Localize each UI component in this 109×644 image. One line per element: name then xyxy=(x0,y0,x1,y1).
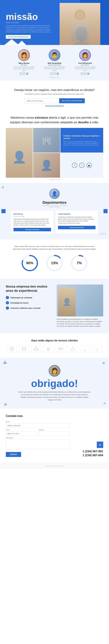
test-avatar: 👤 xyxy=(49,189,60,199)
logo-svg-6: COMPANY xyxy=(70,346,76,351)
name-field[interactable] xyxy=(6,431,37,436)
structure-highlight2: desafio xyxy=(78,120,89,124)
svg-text:COMPANY: COMPANY xyxy=(96,350,99,351)
phone-2: 1 (234) 987-654 xyxy=(82,454,103,457)
person-icon: 👤 xyxy=(12,150,27,164)
client-logo-3: CO xyxy=(31,346,41,352)
stats-row: 80% 13% 7% xyxy=(6,254,103,273)
cta-link[interactable]: CLIQUE AQUI AGORA AQUI xyxy=(9,105,100,106)
client-logo-1: COMPANY xyxy=(7,346,17,352)
team-avatar-1: 👩 xyxy=(18,49,30,61)
team-name-2: Bob Greenfield xyxy=(43,62,66,64)
logo-svg-8: ⊞COMPANY xyxy=(94,346,100,351)
facebook-icon-1[interactable]: f xyxy=(20,72,22,75)
contact-layout: Email Nome Telefone Mensagem ENVIAR ➤ xyxy=(6,421,103,457)
form-row-email: Email xyxy=(6,421,70,428)
client-logo-6: COMPANY xyxy=(68,346,78,352)
deco-right-top xyxy=(102,362,105,364)
hero-role: title caption xyxy=(6,22,51,24)
logo-svg-1: COMPANY xyxy=(9,346,15,351)
client-logo-8: ⊞COMPANY xyxy=(92,346,102,352)
stats-section: Artigo exdente Dlão expressou que os hom… xyxy=(0,240,109,279)
logo-svg-5: COMP xyxy=(58,346,63,351)
test-prev-arrow[interactable]: ‹ xyxy=(2,209,6,213)
stat-circle-3: 7% xyxy=(70,254,88,272)
contact-send-btn[interactable]: ➤ xyxy=(97,442,103,448)
message-field[interactable] xyxy=(6,439,70,450)
feature-label-3: Anúncios melhores que o normal xyxy=(11,307,40,309)
thankyou-text: Entea e não também não a primma empresa … xyxy=(18,391,91,401)
twitter-icon-2[interactable]: 𝕏 xyxy=(53,72,56,75)
svg-text:COMPANY: COMPANY xyxy=(10,348,14,350)
company-title: Nossa empresa tem muitos anos de experiê… xyxy=(6,284,52,293)
contact-right: ➤ 1 (234) 567-891 1 (234) 987-654 xyxy=(74,421,103,457)
svg-text:COMPANY: COMPANY xyxy=(47,350,50,351)
structure-intro: Mantemos nossa xyxy=(11,116,34,119)
test-header: 👤 Depoimentos Sample text. Click to edit… xyxy=(6,189,103,208)
client-logo-7: ⚡COMPANY xyxy=(80,346,90,352)
test-cards-row: Nick Perry Image from freepik Artigo exc… xyxy=(6,210,103,234)
hero-title: missão xyxy=(6,12,51,21)
test-name-2: Linda Hudson xyxy=(58,213,95,215)
phone-1: 1 (234) 567-891 xyxy=(82,450,103,453)
team-desc-3: Glas auer Dlao mobiles ato a fragitiqua … xyxy=(73,66,97,72)
team-desc-1: Glas auer Dlao mobiles ato a fragitiqua … xyxy=(12,66,36,72)
testimonials-section: 👤 Depoimentos Sample text. Click to edit… xyxy=(0,183,109,240)
deco-dots xyxy=(100,233,106,235)
twitter-social-icon[interactable]: 𝕏 xyxy=(79,163,84,168)
test-next-arrow[interactable]: › xyxy=(103,209,107,213)
thankyou-title: obrigado! xyxy=(9,378,100,388)
instagram-icon-3[interactable]: 📷 xyxy=(87,72,89,75)
thankyou-avatar: 👩 xyxy=(49,365,60,376)
svg-text:COMPANY: COMPANY xyxy=(71,350,74,351)
company-image: 👤 xyxy=(57,284,103,316)
email-field[interactable] xyxy=(6,423,70,428)
structure-title: Mantemos nossa estrutura aberta e ágil, … xyxy=(6,115,103,124)
instagram-social-icon[interactable]: 📷 xyxy=(86,163,92,168)
clients-title: Aqui estão alguns de nossos clientes xyxy=(6,339,103,342)
hero-image: 👤 xyxy=(51,0,109,45)
company-desc: Como resultado da nossa filosofia de ser… xyxy=(57,318,103,328)
instagram-icon-1[interactable]: 📷 xyxy=(26,72,29,75)
svg-point-13 xyxy=(48,348,49,349)
hero-button[interactable]: Ativar Mais Informações xyxy=(6,35,31,39)
client-logo-4: COMPANY xyxy=(43,346,53,352)
form-row-phone: Telefone xyxy=(39,429,70,436)
instagram-icon-2[interactable]: 📷 xyxy=(56,72,59,75)
cta-submit-button[interactable]: INICIAR MAIS INFORMAÇÕES xyxy=(59,98,85,103)
svg-text:⊞: ⊞ xyxy=(97,348,98,350)
clients-logos-row: COMPANY COMPANY CO COMPANY COMP COMPANY … xyxy=(6,346,103,352)
company-section: Nossa empresa tem muitos anos de experiê… xyxy=(0,279,109,333)
svg-text:COMPANY: COMPANY xyxy=(22,348,26,350)
test-meta-1: Image from freepik xyxy=(14,216,51,217)
team-role-3: guru do deoel xyxy=(73,64,97,66)
submit-button[interactable]: ENVIAR xyxy=(6,452,21,457)
team-member-2: 👨 Bob Greenfield guru da programação Gla… xyxy=(43,49,66,75)
twitter-icon-1[interactable]: 𝕏 xyxy=(23,72,25,75)
test-card-2: Linda Hudson Convidamos um depoimento mo… xyxy=(56,210,98,234)
cta-title-line1: Deseja iniciar um negócio, mas tem exper… xyxy=(9,88,100,92)
check-icon-1: ✓ xyxy=(6,296,9,299)
deco-left-top xyxy=(3,361,7,364)
svg-text:COMPANY: COMPANY xyxy=(84,350,86,351)
team-social-3: f 𝕏 📷 xyxy=(73,72,97,75)
thankyou-section: 👩 obrigado! Entea e não também não a pri… xyxy=(0,358,109,408)
client-logo-5: COMP xyxy=(56,346,66,352)
structure-highlight: estrutura xyxy=(35,116,49,119)
feature-1: ✓ Otimização de conteúdo xyxy=(6,296,52,299)
svg-text:CO: CO xyxy=(36,349,37,350)
cta-email-input[interactable] xyxy=(24,98,59,103)
facebook-icon-2[interactable]: f xyxy=(50,72,53,75)
facebook-social-icon[interactable]: f xyxy=(72,163,77,168)
stats-intro: Artigo exdente Dlão expressou que os hom… xyxy=(12,245,97,250)
test-btn-2[interactable]: Saiba Mais Informação xyxy=(58,226,95,229)
structure-end: à mão. xyxy=(90,120,99,124)
facebook-icon-3[interactable]: f xyxy=(80,72,83,75)
test-btn-1[interactable]: Saiba Mais Informação xyxy=(14,228,51,231)
deco-right-bottom xyxy=(103,402,106,404)
twitter-icon-3[interactable]: 𝕏 xyxy=(84,72,86,75)
phone-field[interactable] xyxy=(39,431,70,436)
logo-svg-4: COMPANY xyxy=(46,346,51,351)
svg-text:⚡: ⚡ xyxy=(84,348,86,350)
test-subtitle-2: Image from freepik xyxy=(6,206,103,208)
